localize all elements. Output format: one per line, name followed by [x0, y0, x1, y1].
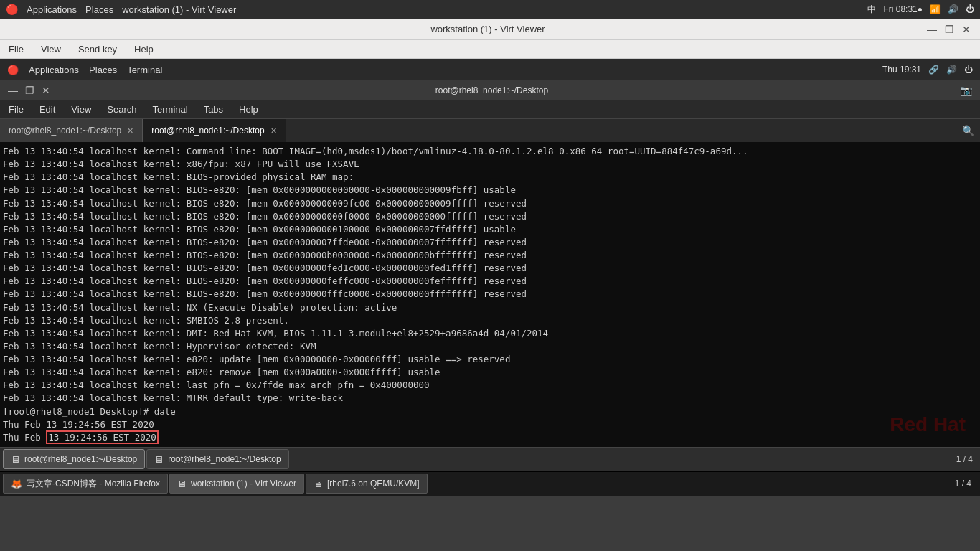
inner-taskbar-item-1[interactable]: 🖥 root@rhel8_node1:~/Desktop [3, 449, 145, 469]
tab1-label: root@rhel8_node1:~/Desktop [9, 126, 121, 136]
bottom-taskbar: 🦊 写文章-CSDN博客 - Mozilla Firefox 🖥 worksta… [0, 471, 980, 496]
terminal-title-bar: — ❐ ✕ root@rhel8_node1:~/Desktop 📷 [0, 80, 980, 100]
system-bar-places[interactable]: Places [85, 4, 113, 15]
terminal-controls[interactable]: — ❐ ✕ [6, 85, 52, 96]
terminal-close-button[interactable]: ✕ [39, 85, 52, 96]
inner-taskbar-icon-1: 🖥 [11, 454, 20, 465]
close-button[interactable]: ✕ [960, 23, 973, 36]
gnome-places[interactable]: Places [89, 65, 117, 75]
term-menu-view[interactable]: View [68, 103, 94, 116]
terminal-tab-2[interactable]: root@rhel8_node1:~/Desktop ✕ [143, 119, 286, 142]
gnome-time: Thu 19:31 [882, 65, 921, 75]
bottom-item-virt-viewer[interactable]: 🖥 workstation (1) - Virt Viewer [169, 474, 304, 494]
speaker-icon: 🔊 [948, 4, 958, 14]
virt-viewer-title: workstation (1) - Virt Viewer [50, 24, 925, 34]
bottom-item-virt-viewer-label: workstation (1) - Virt Viewer [191, 479, 296, 489]
gnome-bar: 🔴 Applications Places Terminal Thu 19:31… [0, 59, 980, 80]
system-bar-window-title: workstation (1) - Virt Viewer [122, 4, 236, 15]
gnome-terminal-menu[interactable]: Terminal [127, 65, 162, 75]
virt-viewer-icon: 🖥 [177, 479, 187, 489]
gnome-bar-right: Thu 19:31 🔗 🔊 ⏻ [882, 65, 973, 75]
virt-menu-view[interactable]: View [38, 42, 64, 56]
gnome-bar-left: 🔴 Applications Places Terminal [7, 65, 162, 75]
system-bar-applications[interactable]: Applications [27, 4, 77, 15]
tab-search-button[interactable]: 🔍 [956, 122, 980, 139]
date-line: Thu Feb 13 19:24:56 EST 2020 [3, 430, 159, 444]
gnome-speaker-icon: 🔊 [946, 65, 957, 75]
system-bar-time: Fri 08:31● [883, 4, 923, 14]
term-menu-help[interactable]: Help [236, 103, 261, 116]
term-menu-file[interactable]: File [6, 103, 27, 116]
term-menu-search[interactable]: Search [104, 103, 139, 116]
minimize-button[interactable]: — [925, 23, 938, 36]
terminal-minimize-button[interactable]: — [6, 85, 20, 96]
outer-system-bar: 🔴 Applications Places workstation (1) - … [0, 0, 980, 19]
virt-viewer-title-bar: workstation (1) - Virt Viewer — ❐ ✕ [0, 19, 980, 40]
terminal-tab-bar: root@rhel8_node1:~/Desktop ✕ root@rhel8_… [0, 119, 980, 142]
terminal-screenshot-button[interactable]: 📷 [958, 85, 974, 96]
virt-viewer-controls[interactable]: — ❐ ✕ [925, 23, 973, 36]
redhat-watermark: Red Hat [890, 410, 966, 440]
inner-taskbar-item-2[interactable]: 🖥 root@rhel8_node1:~/Desktop [146, 449, 288, 469]
tab2-label: root@rhel8_node1:~/Desktop [151, 126, 264, 136]
inner-taskbar: 🖥 root@rhel8_node1:~/Desktop 🖥 root@rhel… [0, 447, 980, 471]
bottom-item-firefox[interactable]: 🦊 写文章-CSDN博客 - Mozilla Firefox [3, 474, 168, 494]
tab2-close-icon[interactable]: ✕ [270, 126, 277, 136]
highlighted-date: 13 19:24:56 EST 2020 [46, 430, 159, 444]
system-bar-locale: 中 [867, 4, 876, 16]
terminal-maximize-button[interactable]: ❐ [23, 85, 37, 96]
terminal-menu-bar: File Edit View Search Terminal Tabs Help [0, 100, 980, 119]
power-icon: ⏻ [966, 4, 974, 14]
firefox-icon: 🦊 [11, 479, 22, 489]
bottom-item-firefox-label: 写文章-CSDN博客 - Mozilla Firefox [27, 478, 160, 490]
term-menu-terminal[interactable]: Terminal [150, 103, 191, 116]
inner-taskbar-label-1: root@rhel8_node1:~/Desktop [24, 454, 137, 464]
virt-menu-send-key[interactable]: Send key [75, 42, 120, 56]
system-bar-left: 🔴 Applications Places workstation (1) - … [6, 4, 236, 15]
wifi-icon: 📶 [930, 4, 941, 14]
gnome-power-icon: ⏻ [964, 65, 973, 75]
virt-viewer-menu-bar: File View Send key Help [0, 40, 980, 59]
bottom-page-indicator: 1 / 4 [955, 479, 977, 489]
term-menu-tabs[interactable]: Tabs [201, 103, 226, 116]
os-app-icon: 🔴 [6, 4, 18, 15]
terminal-output: Feb 13 13:40:54 localhost kernel: Comman… [3, 145, 977, 444]
virt-menu-help[interactable]: Help [131, 42, 156, 56]
terminal-window: — ❐ ✕ root@rhel8_node1:~/Desktop 📷 File … [0, 80, 980, 447]
bottom-item-kvm-label: [rhel7.6 on QEMU/KVM] [327, 479, 420, 489]
inner-taskbar-label-2: root@rhel8_node1:~/Desktop [168, 454, 281, 464]
gnome-network-icon: 🔗 [928, 65, 939, 75]
system-bar-right: 中 Fri 08:31● 📶 🔊 ⏻ [867, 4, 974, 16]
term-menu-edit[interactable]: Edit [37, 103, 58, 116]
kvm-icon: 🖥 [314, 479, 323, 489]
terminal-title: root@rhel8_node1:~/Desktop [52, 85, 931, 95]
terminal-tab-1[interactable]: root@rhel8_node1:~/Desktop ✕ [0, 119, 143, 142]
maximize-button[interactable]: ❐ [943, 23, 956, 36]
gnome-applications[interactable]: Applications [29, 65, 79, 75]
bottom-item-kvm[interactable]: 🖥 [rhel7.6 on QEMU/KVM] [306, 474, 428, 494]
virt-menu-file[interactable]: File [6, 42, 27, 56]
tab1-close-icon[interactable]: ✕ [127, 126, 133, 136]
inner-taskbar-page: 1 / 4 [956, 454, 977, 464]
gnome-app-icon: 🔴 [7, 65, 19, 75]
terminal-content[interactable]: Feb 13 13:40:54 localhost kernel: Comman… [0, 142, 980, 447]
inner-taskbar-icon-2: 🖥 [154, 454, 164, 465]
